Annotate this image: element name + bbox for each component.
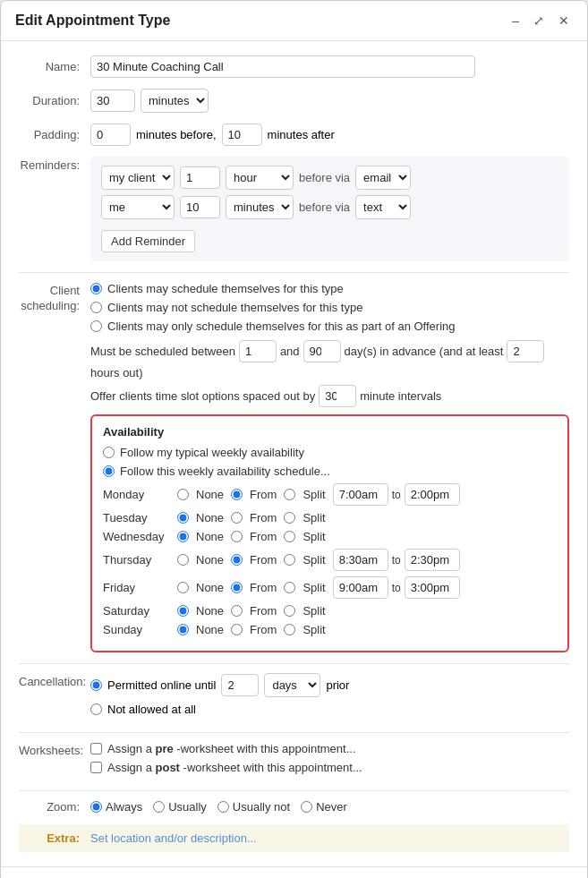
avail-option-2-row: Follow this weekly availability schedule…: [103, 465, 557, 478]
zoom-always-label: Always: [90, 800, 142, 814]
scheduling-option-1-radio[interactable]: [90, 283, 102, 294]
zoom-never-radio[interactable]: [301, 801, 312, 813]
avail-tuesday-from-radio[interactable]: [231, 512, 243, 524]
cancellation-unit-select[interactable]: days hours: [264, 673, 320, 697]
avail-friday-split-radio[interactable]: [284, 582, 295, 593]
padding-label: Padding:: [19, 128, 90, 141]
zoom-always-radio[interactable]: [90, 801, 102, 813]
avail-saturday-none-label: None: [196, 604, 224, 618]
worksheet-pre-bold: pre: [156, 742, 174, 755]
zoom-row: Zoom: Always Usually Usually not Never: [19, 800, 569, 814]
cancellation-not-allowed-radio[interactable]: [90, 703, 102, 715]
worksheet-post-row: Assign a post -worksheet with this appoi…: [90, 761, 569, 774]
slot-interval-input[interactable]: [319, 385, 356, 407]
avail-thursday-from-radio[interactable]: [231, 554, 243, 566]
avail-thursday-to-label: to: [392, 554, 401, 567]
avail-friday-to-time[interactable]: [405, 576, 460, 599]
avail-monday-from-time[interactable]: [333, 483, 388, 506]
avail-wednesday-from-label: From: [250, 530, 277, 543]
avail-friday-from-radio[interactable]: [231, 582, 243, 593]
duration-unit-select[interactable]: minutes hours: [141, 89, 209, 113]
avail-monday-none-radio[interactable]: [177, 489, 189, 500]
worksheet-post-checkbox[interactable]: [90, 762, 102, 773]
avail-friday-times: to: [333, 576, 460, 599]
restore-button[interactable]: ⤢: [530, 12, 548, 30]
cancellation-permitted-radio[interactable]: [90, 679, 102, 691]
form-content: Name: Duration: minutes hours Padding: m…: [1, 41, 587, 866]
avail-thursday-none-radio[interactable]: [177, 554, 189, 566]
avail-wednesday-from-radio[interactable]: [231, 531, 243, 542]
avail-thursday-times: to: [333, 549, 460, 571]
minimize-button[interactable]: –: [508, 12, 523, 30]
slot-suffix: minute intervals: [360, 389, 441, 403]
avail-monday-split-radio[interactable]: [284, 489, 295, 500]
reminder-1-who-select[interactable]: my client me: [101, 166, 175, 190]
avail-thursday-to-time[interactable]: [405, 549, 460, 571]
zoom-never-text: Never: [316, 800, 347, 814]
avail-thursday-from-time[interactable]: [333, 549, 388, 571]
scheduling-details: Must be scheduled between and day(s) in …: [90, 340, 569, 652]
avail-wednesday-split-radio[interactable]: [284, 531, 295, 542]
avail-saturday-none-radio[interactable]: [177, 605, 189, 617]
cancellation-section: Permitted online until days hours prior …: [90, 673, 569, 721]
avail-monday-to-time[interactable]: [405, 483, 460, 506]
reminder-2-who-select[interactable]: my client me: [101, 195, 175, 219]
window-controls: – ⤢ ✕: [508, 12, 573, 30]
padding-before-input[interactable]: [90, 124, 131, 146]
advance-min-input[interactable]: [239, 340, 277, 362]
reminder-2-num-input[interactable]: [180, 196, 220, 218]
duration-input[interactable]: [90, 90, 135, 112]
scheduling-option-2-row: Clients may not schedule themselves for …: [90, 301, 569, 314]
avail-sunday-from-radio[interactable]: [231, 624, 243, 635]
avail-thursday-from-label: From: [250, 553, 277, 567]
avail-tuesday-split-radio[interactable]: [284, 512, 295, 524]
advance-max-input[interactable]: [303, 340, 341, 362]
avail-saturday-split-radio[interactable]: [284, 605, 295, 617]
extra-link[interactable]: Set location and/or description...: [90, 831, 257, 845]
avail-option-2-radio[interactable]: [103, 465, 115, 477]
reminder-1-num-input[interactable]: [180, 166, 220, 189]
scheduling-option-3-row: Clients may only schedule themselves for…: [90, 320, 569, 333]
avail-saturday-row: Saturday None From Split: [103, 604, 557, 618]
avail-tuesday-none-radio[interactable]: [177, 512, 189, 524]
cancellation-days-input[interactable]: [221, 674, 259, 696]
avail-friday-from-time[interactable]: [333, 576, 388, 599]
avail-tuesday-from-label: From: [250, 511, 277, 524]
avail-sunday-from-label: From: [250, 623, 277, 636]
zoom-usually-radio[interactable]: [153, 801, 165, 813]
reminder-1-unit-select[interactable]: hour minutes hours days: [226, 166, 294, 190]
avail-friday-none-radio[interactable]: [177, 582, 189, 593]
avail-thursday-split-radio[interactable]: [284, 554, 295, 566]
advance-hours-input[interactable]: [507, 340, 544, 362]
reminder-1-channel-select[interactable]: email text both: [355, 166, 411, 190]
zoom-usually-not-radio[interactable]: [217, 801, 229, 813]
avail-option-1-label: Follow my typical weekly availability: [120, 446, 304, 459]
scheduling-option-3-radio[interactable]: [90, 320, 102, 332]
avail-saturday-from-radio[interactable]: [231, 605, 243, 617]
avail-sunday-split-label: Split: [303, 623, 325, 636]
reminder-2-via-label: before via: [299, 200, 350, 214]
avail-wednesday-none-radio[interactable]: [177, 531, 189, 542]
avail-sunday-none-radio[interactable]: [177, 624, 189, 635]
advance-suffix: hours out): [90, 366, 143, 379]
add-reminder-button[interactable]: Add Reminder: [101, 230, 195, 252]
avail-sunday-split-radio[interactable]: [284, 624, 295, 635]
zoom-usually-text: Usually: [168, 800, 207, 814]
worksheet-pre-row: Assign a pre -worksheet with this appoin…: [90, 742, 569, 755]
worksheet-pre-checkbox[interactable]: [90, 743, 102, 754]
dialog-title: Edit Appointment Type: [15, 13, 170, 29]
slot-prefix: Offer clients time slot options spaced o…: [90, 389, 315, 403]
avail-monday-from-radio[interactable]: [231, 489, 243, 500]
reminder-2-unit-select[interactable]: hour minutes hours days: [226, 195, 294, 219]
close-button[interactable]: ✕: [555, 12, 573, 30]
reminder-2-channel-select[interactable]: email text both: [355, 195, 411, 219]
edit-appointment-dialog: Edit Appointment Type – ⤢ ✕ Name: Durati…: [0, 0, 588, 878]
worksheet-pre-prefix: Assign a: [107, 742, 152, 755]
name-label: Name:: [19, 60, 90, 73]
name-input[interactable]: [90, 55, 475, 78]
padding-after-input[interactable]: [222, 124, 262, 146]
avail-option-1-radio[interactable]: [103, 447, 115, 458]
avail-monday-row: Monday None From Split to: [103, 483, 557, 506]
avail-saturday-from-label: From: [250, 604, 277, 618]
scheduling-option-2-radio[interactable]: [90, 302, 102, 313]
